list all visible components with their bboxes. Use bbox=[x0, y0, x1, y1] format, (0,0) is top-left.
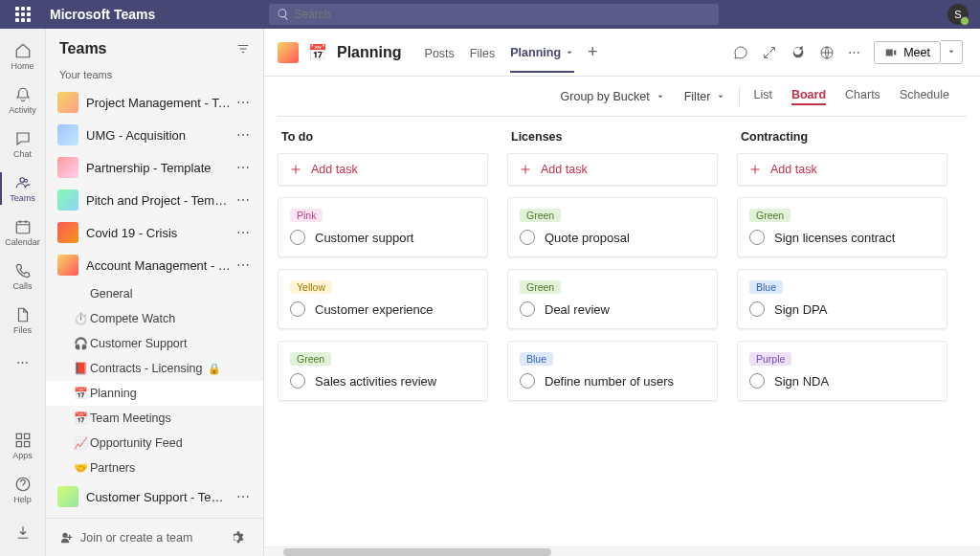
chevron-down-icon bbox=[716, 92, 725, 101]
meet-button[interactable]: Meet bbox=[874, 41, 941, 64]
team-more-icon[interactable]: ⋯ bbox=[233, 160, 254, 175]
team-icon bbox=[57, 222, 78, 243]
expand-icon[interactable] bbox=[762, 45, 777, 60]
view-schedule[interactable]: Schedule bbox=[900, 88, 949, 105]
channel-emoji: 📅 bbox=[308, 43, 327, 61]
rail-calendar[interactable]: Calendar bbox=[0, 211, 46, 255]
team-row[interactable]: Covid 19 - Crisis⋯ bbox=[46, 216, 263, 249]
task-card[interactable]: BlueSign DPA bbox=[737, 269, 947, 329]
tab-files[interactable]: Files bbox=[470, 33, 495, 73]
team-row[interactable]: Project Management - Template⋯ bbox=[46, 86, 263, 119]
task-checkbox[interactable] bbox=[520, 230, 535, 245]
channel-row[interactable]: 📅Team Meetings bbox=[46, 406, 263, 431]
user-avatar[interactable]: S bbox=[947, 4, 969, 25]
rail-files[interactable]: Files bbox=[0, 299, 46, 343]
chevron-down-icon bbox=[656, 92, 665, 101]
channel-row[interactable]: 📕Contracts - Licensing🔒 bbox=[46, 356, 263, 381]
task-checkbox[interactable] bbox=[749, 373, 765, 389]
task-checkbox[interactable] bbox=[520, 373, 535, 389]
team-row[interactable]: Pitch and Project - Template⋯ bbox=[46, 184, 263, 216]
add-task-button[interactable]: Add task bbox=[278, 153, 488, 186]
team-more-icon[interactable]: ⋯ bbox=[233, 192, 254, 208]
panel-footer[interactable]: Join or create a team bbox=[46, 518, 263, 556]
task-card[interactable]: YellowCustomer experience bbox=[278, 269, 488, 329]
reply-icon[interactable] bbox=[733, 45, 748, 60]
channel-row[interactable]: 🤝Partners bbox=[46, 456, 263, 480]
meet-dropdown-button[interactable] bbox=[941, 40, 963, 64]
channel-row[interactable]: 📅Planning bbox=[46, 381, 263, 406]
tab-planning[interactable]: Planning bbox=[510, 33, 574, 73]
task-card[interactable]: GreenSales activities review bbox=[278, 341, 488, 401]
rail-chat[interactable]: Chat bbox=[0, 122, 46, 167]
task-card[interactable]: PinkCustomer support bbox=[278, 197, 488, 257]
team-more-icon[interactable]: ⋯ bbox=[233, 225, 254, 240]
team-name: Covid 19 - Crisis bbox=[86, 226, 233, 240]
add-task-button[interactable]: Add task bbox=[507, 153, 718, 186]
add-task-button[interactable]: Add task bbox=[737, 153, 947, 186]
task-checkbox[interactable] bbox=[749, 230, 765, 245]
task-card[interactable]: GreenQuote proposal bbox=[507, 197, 718, 257]
rail-home[interactable]: Home bbox=[0, 34, 46, 78]
team-row[interactable]: Account Management - Templa...⋯ bbox=[46, 249, 263, 281]
rail-download[interactable] bbox=[0, 512, 46, 556]
rail-teams[interactable]: Teams bbox=[0, 167, 46, 211]
view-list[interactable]: List bbox=[753, 88, 771, 105]
channel-row[interactable]: 🎧Customer Support bbox=[46, 331, 263, 356]
bucket-title: Contracting bbox=[737, 130, 947, 144]
channel-name: Customer Support bbox=[90, 337, 187, 350]
filter-dropdown[interactable]: Filter bbox=[684, 90, 726, 103]
team-row[interactable]: UMG - Acquisition⋯ bbox=[46, 119, 263, 151]
channel-emoji: 📈 bbox=[73, 436, 88, 450]
channel-name: Compete Watch bbox=[90, 312, 175, 325]
globe-icon[interactable] bbox=[819, 45, 835, 60]
team-row[interactable]: Crisis Management - Template⋯ bbox=[46, 513, 263, 518]
team-row[interactable]: Customer Support - Template⋯ bbox=[46, 480, 263, 513]
plus-icon bbox=[520, 164, 531, 175]
view-board[interactable]: Board bbox=[791, 88, 826, 105]
task-checkbox[interactable] bbox=[749, 301, 765, 317]
task-card[interactable]: GreenDeal review bbox=[507, 269, 718, 329]
refresh-icon[interactable] bbox=[791, 45, 806, 60]
task-card[interactable]: GreenSign licenses contract bbox=[737, 197, 947, 257]
panel-footer-label: Join or create a team bbox=[80, 531, 192, 545]
add-tab-button[interactable]: + bbox=[582, 42, 604, 62]
task-label: Blue bbox=[749, 280, 783, 294]
calls-icon bbox=[14, 262, 32, 279]
horizontal-scrollbar[interactable] bbox=[264, 546, 980, 556]
task-card[interactable]: BlueDefine number of users bbox=[507, 341, 718, 401]
chat-icon bbox=[14, 130, 32, 147]
more-icon[interactable]: ⋯ bbox=[848, 45, 860, 59]
rail-help[interactable]: Help bbox=[0, 468, 46, 512]
task-checkbox[interactable] bbox=[290, 301, 305, 317]
rail-more[interactable]: ⋯ bbox=[0, 343, 46, 381]
team-join-icon bbox=[57, 530, 73, 545]
channel-row[interactable]: General bbox=[46, 281, 263, 306]
team-more-icon[interactable]: ⋯ bbox=[233, 257, 254, 273]
team-name: Partnership - Template bbox=[86, 161, 233, 175]
filter-icon[interactable] bbox=[236, 42, 250, 56]
team-more-icon[interactable]: ⋯ bbox=[233, 127, 254, 143]
team-more-icon[interactable]: ⋯ bbox=[233, 95, 254, 110]
gear-icon[interactable] bbox=[229, 530, 244, 545]
app-launcher-icon[interactable] bbox=[11, 3, 34, 26]
task-checkbox[interactable] bbox=[290, 230, 305, 245]
search-input[interactable] bbox=[269, 4, 719, 25]
team-row[interactable]: Partnership - Template⋯ bbox=[46, 151, 263, 184]
team-more-icon[interactable]: ⋯ bbox=[233, 489, 254, 504]
view-charts[interactable]: Charts bbox=[845, 88, 880, 105]
group-by-dropdown[interactable]: Group by Bucket bbox=[561, 90, 665, 103]
channel-row[interactable]: 📈Opportunity Feed bbox=[46, 431, 263, 456]
task-checkbox[interactable] bbox=[520, 301, 535, 317]
task-title: Sign DPA bbox=[774, 302, 827, 317]
rail-apps[interactable]: Apps bbox=[0, 424, 46, 468]
channel-row[interactable]: ⏱️Compete Watch bbox=[46, 306, 263, 331]
task-checkbox[interactable] bbox=[290, 373, 305, 389]
tab-posts[interactable]: Posts bbox=[425, 33, 455, 73]
task-title: Define number of users bbox=[545, 374, 674, 389]
rail-calls[interactable]: Calls bbox=[0, 255, 46, 299]
team-icon bbox=[57, 157, 78, 178]
task-card[interactable]: PurpleSign NDA bbox=[737, 341, 947, 401]
rail-activity[interactable]: Activity bbox=[0, 78, 46, 122]
task-title: Deal review bbox=[545, 302, 610, 317]
svg-rect-4 bbox=[24, 442, 29, 447]
